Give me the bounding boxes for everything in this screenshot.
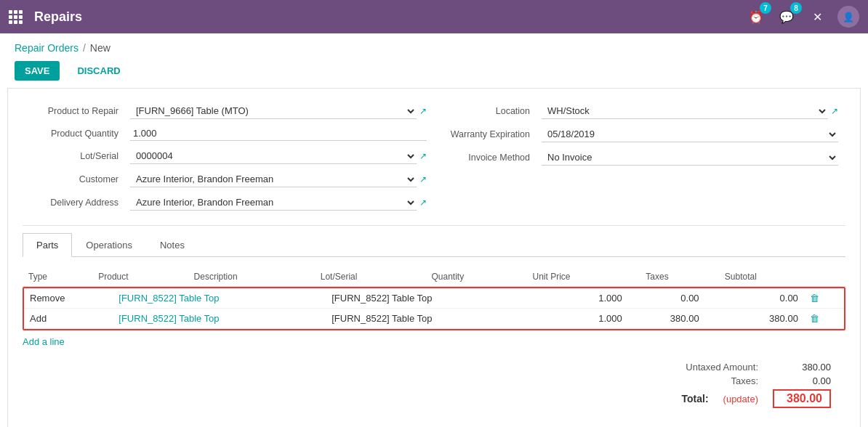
lot-serial-select[interactable]: 0000004 — [130, 148, 417, 164]
delivery-address-external-link[interactable]: ↗ — [419, 198, 427, 208]
tab-notes[interactable]: Notes — [146, 233, 198, 257]
total-label: Total: — [622, 393, 709, 404]
row1-description: [FURN_8522] Table Top — [326, 288, 539, 309]
lot-serial-value-wrap: 0000004 ↗ — [130, 148, 427, 164]
row2-quantity: 1.000 — [561, 309, 628, 329]
parts-table-rows: Remove [FURN_8522] Table Top [FURN_8522]… — [24, 288, 844, 329]
activity-badge: 7 — [760, 2, 771, 14]
row1-taxes — [705, 288, 727, 309]
col-type: Type — [23, 267, 92, 287]
row1-unit-price: 0.00 — [628, 288, 705, 309]
row2-taxes — [705, 309, 727, 329]
breadcrumb-parent[interactable]: Repair Orders — [15, 42, 79, 54]
location-row: Location WH/Stock ↗ — [441, 103, 838, 119]
breadcrumb: Repair Orders / New — [0, 33, 868, 54]
app-title: Repairs — [34, 9, 739, 25]
customer-value-wrap: Azure Interior, Brandon Freeman ↗ — [130, 171, 427, 187]
col-quantity: Quantity — [426, 267, 527, 287]
col-subtotal: Subtotal — [719, 267, 819, 287]
row2-product-link[interactable]: [FURN_8522] Table Top — [118, 313, 219, 324]
delivery-address-label: Delivery Address — [30, 198, 124, 208]
untaxed-amount-row: Untaxed Amount: 380.00 — [613, 362, 831, 373]
location-value-wrap: WH/Stock ↗ — [542, 103, 838, 119]
row2-description: [FURN_8522] Table Top — [326, 309, 539, 329]
row2-delete[interactable]: 🗑 — [804, 309, 844, 329]
topbar: Repairs ⏰ 7 💬 8 ✕ 👤 — [0, 0, 868, 33]
add-line-button[interactable]: Add a line — [23, 336, 65, 347]
row1-product-link[interactable]: [FURN_8522] Table Top — [118, 293, 219, 304]
message-badge: 8 — [790, 2, 802, 14]
customer-external-link[interactable]: ↗ — [419, 174, 427, 184]
invoice-method-value-wrap: No Invoice — [542, 150, 838, 166]
parts-rows-highlighted: Remove [FURN_8522] Table Top [FURN_8522]… — [23, 287, 845, 330]
lot-serial-label: Lot/Serial — [30, 151, 124, 161]
parts-table-header: Type Product Description Lot/Serial Quan… — [23, 267, 845, 287]
row2-unit-price: 380.00 — [628, 309, 705, 329]
col-actions — [819, 267, 845, 287]
close-icon[interactable]: ✕ — [807, 7, 827, 27]
warranty-expiration-value-wrap: 05/18/2019 — [542, 126, 838, 142]
tab-parts[interactable]: Parts — [23, 233, 72, 257]
action-bar: SAVE DISCARD — [0, 54, 868, 88]
tab-operations[interactable]: Operations — [72, 233, 146, 257]
taxes-row: Taxes: 0.00 — [613, 375, 831, 386]
table-row: Remove [FURN_8522] Table Top [FURN_8522]… — [24, 288, 844, 309]
location-external-link[interactable]: ↗ — [831, 106, 838, 116]
parts-table: Type Product Description Lot/Serial Quan… — [23, 267, 845, 287]
invoice-method-select[interactable]: No Invoice — [542, 150, 838, 166]
product-quantity-input[interactable] — [130, 126, 427, 141]
form-left-col: Product to Repair [FURN_9666] Table (MTO… — [23, 103, 434, 218]
taxes-value: 0.00 — [773, 375, 831, 386]
warranty-expiration-select[interactable]: 05/18/2019 — [542, 126, 838, 142]
location-label: Location — [441, 106, 536, 116]
row1-delete[interactable]: 🗑 — [804, 288, 844, 309]
delivery-address-select[interactable]: Azure Interior, Brandon Freeman — [130, 195, 417, 211]
product-to-repair-value-wrap: [FURN_9666] Table (MTO) ↗ — [130, 103, 427, 119]
col-product: Product — [92, 267, 188, 287]
invoice-method-label: Invoice Method — [441, 152, 536, 163]
totals-section: Untaxed Amount: 380.00 Taxes: 0.00 Total… — [23, 347, 845, 418]
invoice-method-row: Invoice Method No Invoice — [441, 150, 838, 166]
taxes-label: Taxes: — [671, 375, 758, 386]
total-row: Total: (update) 380.00 — [613, 389, 831, 408]
lot-serial-external-link[interactable]: ↗ — [419, 151, 427, 161]
customer-select[interactable]: Azure Interior, Brandon Freeman — [130, 171, 417, 187]
row1-quantity: 1.000 — [561, 288, 628, 309]
lot-serial-row: Lot/Serial 0000004 ↗ — [30, 148, 427, 164]
product-to-repair-label: Product to Repair — [30, 106, 124, 116]
parts-tab-content: Type Product Description Lot/Serial Quan… — [23, 267, 845, 347]
col-unit-price: Unit Price — [527, 267, 640, 287]
total-value: 380.00 — [773, 389, 831, 408]
delivery-address-row: Delivery Address Azure Interior, Brandon… — [30, 195, 427, 211]
row1-subtotal: 0.00 — [727, 288, 804, 309]
row1-product: [FURN_8522] Table Top — [113, 288, 326, 309]
form-grid: Product to Repair [FURN_9666] Table (MTO… — [23, 103, 845, 218]
location-select[interactable]: WH/Stock — [542, 103, 828, 119]
product-quantity-row: Product Quantity — [30, 126, 427, 141]
product-to-repair-select[interactable]: [FURN_9666] Table (MTO) — [130, 103, 417, 119]
untaxed-amount-value: 380.00 — [773, 362, 831, 373]
col-description: Description — [188, 267, 315, 287]
discard-button[interactable]: DISCARD — [67, 61, 130, 81]
topbar-icons: ⏰ 7 💬 8 ✕ 👤 — [746, 6, 859, 28]
customer-row: Customer Azure Interior, Brandon Freeman… — [30, 171, 427, 187]
content-area: Repair Orders / New SAVE DISCARD Product… — [0, 33, 868, 427]
parts-table-body: Remove [FURN_8522] Table Top [FURN_8522]… — [24, 288, 844, 329]
save-button[interactable]: SAVE — [15, 61, 60, 81]
row2-product: [FURN_8522] Table Top — [113, 309, 326, 329]
message-icon-wrap[interactable]: 💬 8 — [776, 7, 797, 27]
activity-icon-wrap[interactable]: ⏰ 7 — [746, 7, 766, 27]
product-to-repair-external-link[interactable]: ↗ — [419, 106, 427, 116]
product-quantity-label: Product Quantity — [30, 129, 124, 139]
row1-lot-serial — [539, 288, 560, 309]
product-to-repair-row: Product to Repair [FURN_9666] Table (MTO… — [30, 103, 427, 119]
table-row: Add [FURN_8522] Table Top [FURN_8522] Ta… — [24, 309, 844, 329]
avatar[interactable]: 👤 — [837, 6, 859, 28]
row2-type: Add — [24, 309, 113, 329]
delivery-address-value-wrap: Azure Interior, Brandon Freeman ↗ — [130, 195, 427, 211]
col-lot-serial: Lot/Serial — [315, 267, 426, 287]
update-label: (update) — [723, 394, 758, 404]
form-divider — [23, 225, 845, 226]
row2-subtotal: 380.00 — [727, 309, 804, 329]
grid-menu-icon[interactable] — [9, 10, 23, 24]
